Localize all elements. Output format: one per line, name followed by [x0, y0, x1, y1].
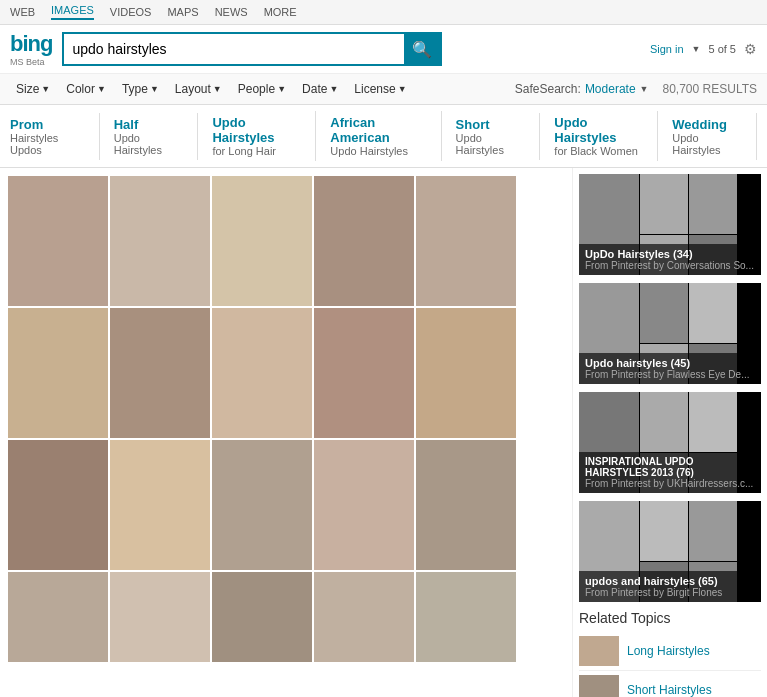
image-thumb[interactable]	[8, 572, 108, 662]
filter-date[interactable]: Date ▼	[296, 80, 344, 98]
search-button[interactable]: 🔍	[404, 34, 440, 64]
filter-date-label: Date	[302, 82, 327, 96]
image-thumb[interactable]	[110, 440, 210, 570]
category-prom-sub: Hairstyles Updos	[10, 132, 85, 156]
image-thumb[interactable]	[212, 440, 312, 570]
image-thumb[interactable]	[212, 308, 312, 438]
header-left: bing MS Beta 🔍	[10, 31, 442, 67]
image-thumb[interactable]	[416, 308, 516, 438]
collection-3[interactable]: INSPIRATIONAL UPDO HAIRSTYLES 2013 (76) …	[579, 392, 761, 493]
gear-icon[interactable]: ⚙	[744, 41, 757, 57]
collection-source: From Pinterest by Birgit Flones	[585, 587, 755, 598]
image-thumb[interactable]	[8, 308, 108, 438]
nav-news[interactable]: NEWS	[215, 6, 248, 18]
image-thumb[interactable]	[212, 176, 312, 306]
collection-overlay: Updo hairstyles (45) From Pinterest by F…	[579, 353, 761, 384]
filter-layout[interactable]: Layout ▼	[169, 80, 228, 98]
nav-web[interactable]: WEB	[10, 6, 35, 18]
category-navigation: Prom Hairstyles Updos Half Updo Hairstyl…	[0, 105, 767, 168]
collection-source: From Pinterest by UKHairdressers.c...	[585, 478, 755, 489]
collection-thumb	[689, 501, 737, 561]
bing-beta: MS Beta	[10, 57, 52, 67]
category-wedding-main: Wedding	[672, 117, 742, 132]
chevron-down-icon: ▼	[277, 84, 286, 94]
category-updo-black-women[interactable]: Updo Hairstyles for Black Women	[540, 111, 658, 161]
image-thumb[interactable]	[110, 308, 210, 438]
nav-videos[interactable]: VIDEOS	[110, 6, 152, 18]
safe-search-value[interactable]: Moderate	[585, 82, 636, 96]
category-updo-black-women-sub: for Black Women	[554, 145, 643, 157]
main-content: UpDo Hairstyles (34) From Pinterest by C…	[0, 168, 767, 697]
category-prom-main: Prom	[10, 117, 85, 132]
chevron-down-icon: ▼	[150, 84, 159, 94]
collection-thumb	[689, 392, 737, 452]
collection-title: updos and hairstyles (65)	[585, 575, 755, 587]
image-row-1	[8, 176, 564, 306]
chevron-down-icon: ▼	[692, 44, 701, 54]
results-count: 80,700 RESULTS	[663, 82, 758, 96]
image-thumb[interactable]	[110, 572, 210, 662]
image-thumb[interactable]	[8, 176, 108, 306]
category-wedding-sub: Updo Hairstyles	[672, 132, 742, 156]
search-icon: 🔍	[412, 40, 432, 59]
collection-source: From Pinterest by Flawless Eye De...	[585, 369, 755, 380]
filter-type[interactable]: Type ▼	[116, 80, 165, 98]
related-item-short-hairstyles[interactable]: Short Hairstyles	[579, 671, 761, 697]
category-updo-black-women-main: Updo Hairstyles	[554, 115, 643, 145]
search-input[interactable]	[64, 34, 404, 64]
nav-more[interactable]: MORE	[264, 6, 297, 18]
nav-images[interactable]: IMAGES	[51, 4, 94, 20]
collection-overlay: UpDo Hairstyles (34) From Pinterest by C…	[579, 244, 761, 275]
related-item-label: Long Hairstyles	[627, 644, 710, 658]
image-thumb[interactable]	[416, 572, 516, 662]
filter-size[interactable]: Size ▼	[10, 80, 56, 98]
filter-color-label: Color	[66, 82, 95, 96]
category-short-main: Short	[456, 117, 526, 132]
category-wedding[interactable]: Wedding Updo Hairstyles	[658, 113, 757, 160]
collection-4[interactable]: updos and hairstyles (65) From Pinterest…	[579, 501, 761, 602]
image-thumb[interactable]	[314, 176, 414, 306]
collection-thumb	[689, 283, 737, 343]
category-updo-long-main: Updo Hairstyles	[212, 115, 301, 145]
image-row-3	[8, 440, 564, 570]
chevron-down-icon: ▼	[97, 84, 106, 94]
nav-maps[interactable]: MAPS	[167, 6, 198, 18]
filter-people-label: People	[238, 82, 275, 96]
related-topics: Related Topics Long Hairstyles Short Hai…	[579, 610, 761, 697]
collection-2[interactable]: Updo hairstyles (45) From Pinterest by F…	[579, 283, 761, 384]
chevron-down-icon: ▼	[41, 84, 50, 94]
image-thumb[interactable]	[8, 440, 108, 570]
category-short[interactable]: Short Updo Hairstyles	[442, 113, 541, 160]
filter-people[interactable]: People ▼	[232, 80, 292, 98]
image-thumb[interactable]	[212, 572, 312, 662]
category-african-american[interactable]: African American Updo Hairstyles	[316, 111, 441, 161]
chevron-down-icon: ▼	[213, 84, 222, 94]
category-short-sub: Updo Hairstyles	[456, 132, 526, 156]
image-thumb[interactable]	[110, 176, 210, 306]
category-updo-long-sub: for Long Hair	[212, 145, 301, 157]
image-thumb[interactable]	[416, 440, 516, 570]
filter-license-label: License	[354, 82, 395, 96]
header: bing MS Beta 🔍 Sign in ▼ 5 of 5 ⚙	[0, 25, 767, 74]
sidebar: UpDo Hairstyles (34) From Pinterest by C…	[572, 168, 767, 697]
filter-color[interactable]: Color ▼	[60, 80, 112, 98]
category-half[interactable]: Half Updo Hairstyles	[100, 113, 199, 160]
category-updo-long[interactable]: Updo Hairstyles for Long Hair	[198, 111, 316, 161]
related-item-long-hairstyles[interactable]: Long Hairstyles	[579, 632, 761, 671]
sign-in-link[interactable]: Sign in	[650, 43, 684, 55]
collection-source: From Pinterest by Conversations So...	[585, 260, 755, 271]
collection-title: Updo hairstyles (45)	[585, 357, 755, 369]
collection-1[interactable]: UpDo Hairstyles (34) From Pinterest by C…	[579, 174, 761, 275]
collection-title: UpDo Hairstyles (34)	[585, 248, 755, 260]
image-thumb[interactable]	[416, 176, 516, 306]
category-prom[interactable]: Prom Hairstyles Updos	[10, 113, 100, 160]
related-topics-title: Related Topics	[579, 610, 761, 626]
filter-license[interactable]: License ▼	[348, 80, 412, 98]
image-thumb[interactable]	[314, 308, 414, 438]
collection-title: INSPIRATIONAL UPDO HAIRSTYLES 2013 (76)	[585, 456, 755, 478]
collection-thumb	[689, 174, 737, 234]
image-row-4	[8, 572, 564, 662]
top-navigation: WEB IMAGES VIDEOS MAPS NEWS MORE	[0, 0, 767, 25]
image-thumb[interactable]	[314, 440, 414, 570]
image-thumb[interactable]	[314, 572, 414, 662]
